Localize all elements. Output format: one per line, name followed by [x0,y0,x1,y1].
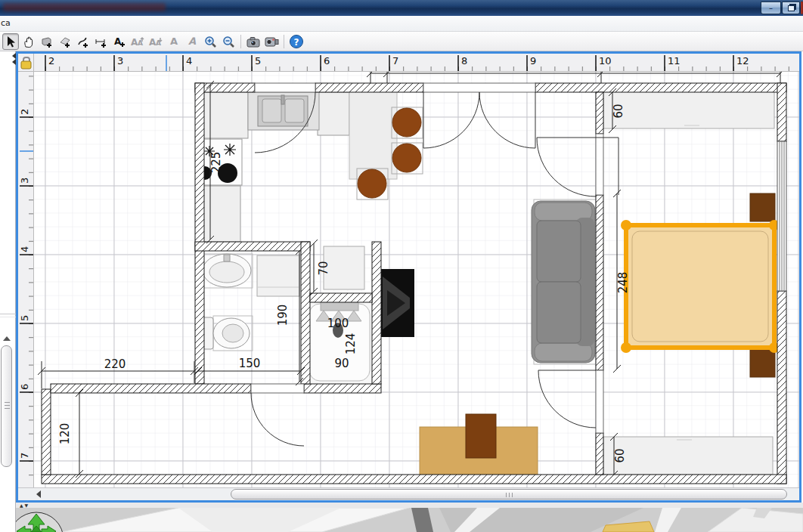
create-rooms-button[interactable] [57,33,73,50]
video-camera-icon [264,35,279,48]
zoom-in-icon [203,35,217,48]
zoom-out-icon [222,35,235,48]
dim-60-top[interactable]: 60 [612,104,625,118]
italic-button: A [184,33,200,50]
create-walls-button[interactable] [39,33,55,50]
dim-220[interactable]: 220 [104,357,126,371]
svg-text:7: 7 [19,453,30,459]
increase-text-size-button: AA [129,33,146,50]
dim-124[interactable]: 124 [344,333,358,355]
wall-plus-icon [40,35,54,48]
scroll-left-arrow-icon[interactable] [36,490,41,498]
select-tool-button[interactable] [2,33,19,50]
app-window: – ca A AA AA A A ? [0,0,803,532]
dim-225[interactable]: 225 [209,152,223,174]
catalog-divider [0,314,16,317]
nightstand-top[interactable] [750,193,775,221]
hand-icon [22,35,36,48]
wardrobe-bottom[interactable] [603,437,773,475]
view-3d[interactable] [16,508,803,532]
horizontal-ruler: 2 3 4 5 6 7 8 9 10 11 12 [34,54,799,72]
svg-text:12: 12 [736,55,749,66]
polyline-plus-icon [76,35,90,48]
dim-150[interactable]: 150 [239,357,261,370]
camera-icon [246,35,261,48]
tv[interactable] [378,269,414,337]
plan-scrollbar-thumb[interactable] [231,489,787,500]
create-video-button[interactable] [263,33,280,50]
svg-text:7: 7 [392,55,398,66]
svg-text:9: 9 [530,55,536,66]
dim-120[interactable]: 120 [58,423,72,445]
minimize-button[interactable]: – [761,2,781,14]
washing-machine[interactable] [257,255,299,296]
svg-text:11: 11 [668,55,681,66]
create-dimensions-button[interactable] [93,33,110,50]
help-icon: ? [289,34,304,49]
toolbar-separator [240,35,241,48]
svg-text:10: 10 [599,55,612,66]
vertical-ruler: 2 3 4 5 6 7 [18,72,34,487]
decrease-text-size-button: AA [147,33,164,50]
dimension-plus-icon [95,35,108,48]
padlock-icon [18,54,34,72]
dim-70[interactable]: 70 [317,261,330,275]
nightstand-bottom[interactable] [750,349,775,377]
dim-60-bottom[interactable]: 60 [613,448,627,462]
kitchen-sink[interactable] [248,92,319,130]
sofa[interactable] [532,200,597,364]
cursor-icon [4,35,17,48]
toolbar: A AA AA A A ? [0,32,803,51]
decrease-text-icon: AA [148,35,163,48]
restore-icon [788,5,795,11]
bed-selected[interactable] [621,220,780,353]
svg-text:5: 5 [19,315,30,321]
menu-item-help[interactable]: ca [1,18,11,28]
svg-text:6: 6 [324,55,330,66]
plan-3d-splitter[interactable]: ▲▼ [16,503,803,508]
scroll-up-arrow-icon[interactable] [3,336,11,341]
plan-horizontal-scrollbar[interactable] [18,487,799,500]
add-texts-button[interactable]: A [111,33,128,50]
svg-text:3: 3 [117,55,123,66]
text-plus-icon: A [113,35,126,48]
svg-text:6: 6 [19,384,30,390]
svg-text:4: 4 [19,246,30,252]
restore-button[interactable] [782,2,800,14]
floor-plan-canvas[interactable]: 225 70 190 100 124 90 150 220 120 60 248… [34,72,799,487]
zoom-out-button[interactable] [220,33,237,50]
catalog-scrollbar-thumb[interactable] [1,345,12,467]
dim-90[interactable]: 90 [334,357,349,370]
dining-table[interactable] [349,91,397,179]
shower[interactable] [305,299,374,385]
svg-text:2: 2 [19,109,30,115]
italic-icon: A [188,36,196,46]
dim-100[interactable]: 100 [327,317,349,330]
dim-190[interactable]: 190 [276,305,290,326]
window[interactable] [777,141,786,291]
room-plus-icon [58,35,72,48]
selection-handle[interactable] [621,220,631,230]
desk-chair[interactable] [466,414,496,458]
wardrobe-top[interactable] [603,91,774,128]
svg-text:4: 4 [186,55,192,66]
svg-text:?: ? [294,36,299,47]
create-photo-button[interactable] [245,33,262,50]
svg-text:2: 2 [48,55,54,66]
svg-text:8: 8 [461,55,467,66]
svg-text:5: 5 [255,55,261,66]
dim-248[interactable]: 248 [616,272,630,294]
pan-tool-button[interactable] [20,33,37,50]
plan-panel: 2 3 4 5 6 7 8 9 10 11 12 [16,51,801,503]
zoom-in-button[interactable] [202,33,219,50]
window-title [3,3,166,11]
increase-text-icon: AA [130,35,145,48]
ruler-corner [18,54,34,72]
help-button[interactable]: ? [288,33,305,50]
selection-handle[interactable] [621,342,631,353]
create-polylines-button[interactable] [75,33,91,50]
title-bar: – [0,0,803,16]
bold-icon: A [170,36,178,46]
bold-button: A [166,33,182,50]
svg-text:3: 3 [19,178,30,184]
